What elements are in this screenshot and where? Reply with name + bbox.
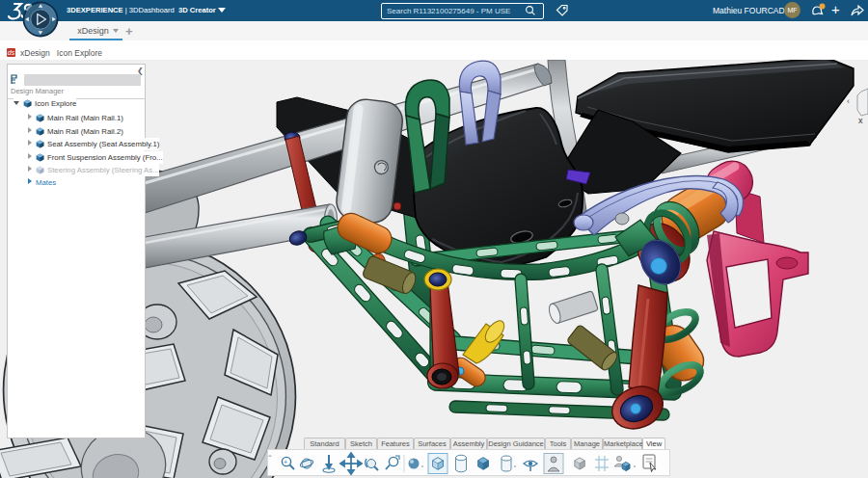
svg-text:⌄: ⌄	[267, 451, 273, 458]
svg-text:+: +	[284, 459, 287, 465]
